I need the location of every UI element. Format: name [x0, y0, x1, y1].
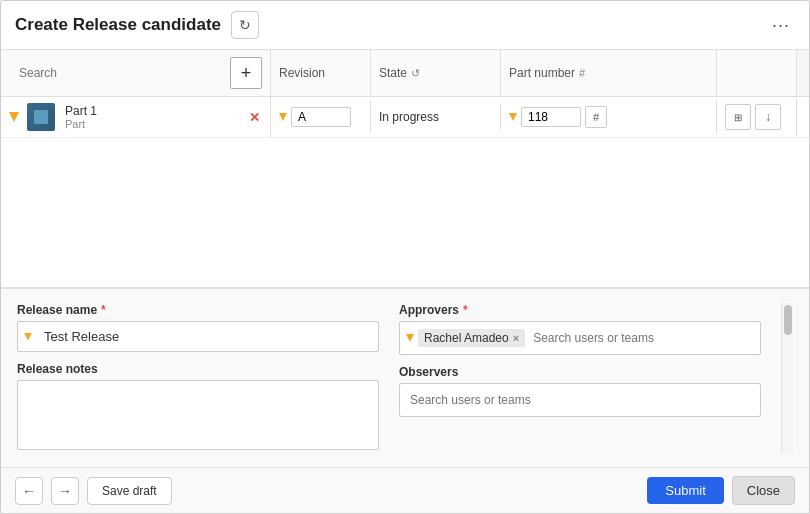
- required-star: *: [101, 303, 106, 317]
- more-icon: ···: [772, 15, 790, 36]
- required-star-approvers: *: [463, 303, 468, 317]
- modal-header: Create Release candidate ↻ ···: [1, 1, 809, 50]
- pn-indicator-icon: [509, 113, 517, 121]
- th-state: State ↺: [371, 50, 501, 96]
- observers-group: Observers: [399, 365, 761, 417]
- release-name-input[interactable]: [38, 322, 378, 351]
- form-right: Approvers * Rachel Amadeo × Observ: [399, 303, 761, 453]
- observers-label: Observers: [399, 365, 761, 379]
- td-revision: [271, 101, 371, 133]
- approvers-label: Approvers *: [399, 303, 761, 317]
- pn-hash-button[interactable]: #: [585, 106, 607, 128]
- release-name-indicator-icon: [24, 333, 32, 341]
- revision-input[interactable]: [291, 107, 351, 127]
- remove-part-button[interactable]: ✕: [246, 109, 262, 125]
- view-details-button[interactable]: ⊞: [725, 104, 751, 130]
- form-left: Release name * Release notes: [17, 303, 379, 453]
- observers-search-input[interactable]: [406, 391, 754, 409]
- hash-icon: #: [593, 111, 599, 123]
- close-button[interactable]: Close: [732, 476, 795, 505]
- hash-header-icon: #: [579, 67, 585, 79]
- approver-tag: Rachel Amadeo ×: [418, 329, 525, 347]
- submit-button[interactable]: Submit: [647, 477, 723, 504]
- forward-button[interactable]: →: [51, 477, 79, 505]
- approvers-search-input[interactable]: [529, 329, 754, 347]
- table-headers: + Revision State ↺ Part number #: [1, 50, 809, 97]
- plus-icon: +: [241, 63, 252, 84]
- footer-right: Submit Close: [647, 476, 795, 505]
- scrollbar-thumb[interactable]: [784, 305, 792, 335]
- release-notes-label: Release notes: [17, 362, 379, 376]
- td-actions: ⊞ ↓: [717, 98, 797, 136]
- part-type: Part: [65, 118, 242, 130]
- title-area: Create Release candidate ↻: [15, 11, 259, 39]
- refresh-icon: ↻: [239, 17, 251, 33]
- th-search: +: [1, 50, 271, 96]
- part-info: Part 1 Part: [65, 104, 242, 130]
- remove-approver-button[interactable]: ×: [513, 332, 519, 344]
- modal-container: Create Release candidate ↻ ··· + Revisio…: [0, 0, 810, 514]
- footer: ← → Save draft Submit Close: [1, 467, 809, 513]
- part-name: Part 1: [65, 104, 242, 118]
- search-input[interactable]: [9, 58, 226, 88]
- footer-left: ← → Save draft: [15, 477, 172, 505]
- back-button[interactable]: ←: [15, 477, 43, 505]
- th-part-number: Part number #: [501, 50, 717, 96]
- forward-icon: →: [58, 483, 72, 499]
- part-3d-icon: [27, 103, 55, 131]
- release-name-field: [17, 321, 379, 352]
- th-revision: Revision: [271, 50, 371, 96]
- more-options-button[interactable]: ···: [767, 11, 795, 39]
- rev-indicator-icon: [279, 113, 287, 121]
- part-number-input[interactable]: [521, 107, 581, 127]
- observers-field: [399, 383, 761, 417]
- refresh-button[interactable]: ↻: [231, 11, 259, 39]
- save-draft-button[interactable]: Save draft: [87, 477, 172, 505]
- form-section: Release name * Release notes: [1, 287, 809, 467]
- download-icon: ↓: [765, 110, 771, 124]
- td-tree: Part 1 Part ✕: [1, 97, 271, 137]
- release-notes-group: Release notes: [17, 362, 379, 453]
- tree-indicator-icon: [9, 112, 19, 122]
- modal-title: Create Release candidate: [15, 15, 221, 35]
- table-row: Part 1 Part ✕ In progress: [1, 97, 809, 138]
- release-name-group: Release name *: [17, 303, 379, 352]
- approvers-group: Approvers * Rachel Amadeo ×: [399, 303, 761, 355]
- table-area: + Revision State ↺ Part number #: [1, 50, 809, 287]
- th-actions: [717, 50, 797, 96]
- back-icon: ←: [22, 483, 36, 499]
- approver-indicator-icon: [406, 334, 414, 342]
- release-notes-textarea[interactable]: [17, 380, 379, 450]
- td-part-number: #: [501, 100, 717, 134]
- release-name-label: Release name *: [17, 303, 379, 317]
- td-state: In progress: [371, 104, 501, 130]
- download-button[interactable]: ↓: [755, 104, 781, 130]
- approvers-field: Rachel Amadeo ×: [399, 321, 761, 355]
- add-button[interactable]: +: [230, 57, 262, 89]
- state-sync-icon: ↺: [411, 67, 420, 80]
- details-icon: ⊞: [734, 112, 742, 123]
